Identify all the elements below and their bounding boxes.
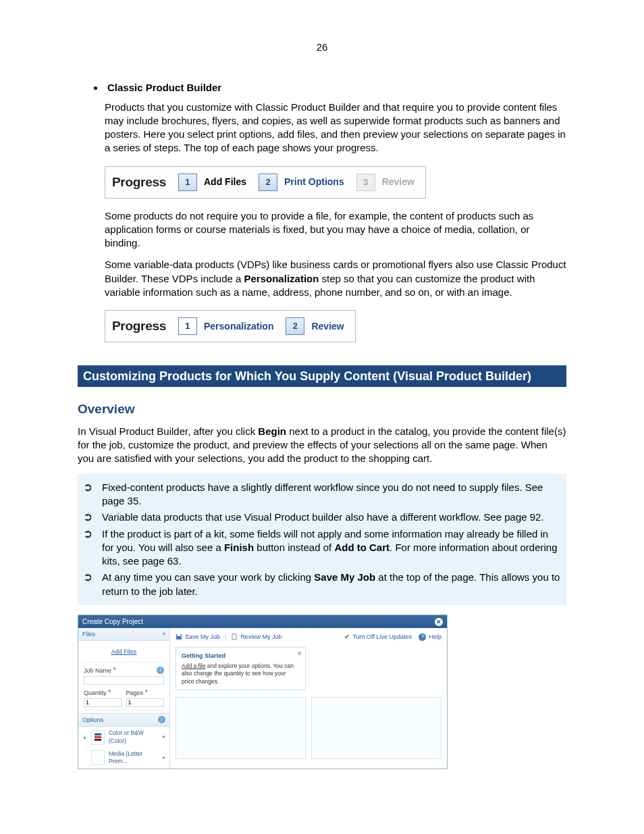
text-bold: Begin: [258, 425, 286, 437]
pages-input[interactable]: [126, 698, 165, 707]
step-text: Review: [311, 320, 344, 333]
check-icon: ✔: [344, 632, 350, 642]
separator: |: [225, 633, 226, 641]
text-bold: Personalization: [244, 273, 319, 284]
option-label: Color or B&W (Color): [109, 729, 159, 745]
quantity-label: Quantity: [84, 689, 107, 696]
separator: [84, 710, 164, 710]
text-bold: Save My Job: [314, 571, 375, 583]
note-text: At any time you can save your work by cl…: [102, 571, 561, 598]
required-icon: *: [145, 688, 148, 696]
option-color[interactable]: ▲ Color or B&W (Color) ▸: [78, 727, 169, 748]
pages-label: Pages: [126, 689, 144, 696]
quantity-input[interactable]: [84, 698, 122, 707]
paragraph: Some products do not require you to prov…: [105, 209, 566, 251]
step-text: Print Options: [284, 176, 344, 188]
text: button instead of: [254, 542, 334, 553]
tip-title: Getting Started: [182, 652, 300, 660]
step-number: 1: [178, 317, 197, 335]
step-text: Personalization: [204, 320, 273, 333]
info-icon[interactable]: i: [158, 716, 165, 723]
help-icon: ?: [419, 633, 426, 641]
step-number: 2: [259, 174, 277, 191]
text: In Visual Product Builder, after you cli…: [78, 425, 258, 437]
progress-step-1: 1 Add Files: [178, 174, 246, 191]
job-name-input[interactable]: [84, 676, 164, 685]
help-link[interactable]: Help: [429, 633, 441, 641]
note-item: ➲ Fixed-content products have a slightly…: [83, 481, 561, 509]
save-icon: [176, 633, 182, 640]
app-titlebar: Create Copy Project ✕: [78, 615, 447, 629]
progress-step-3: 3 Review: [356, 174, 414, 191]
sidebar: Files ▾ Add Files Job Name * i Qu: [78, 628, 170, 768]
bullet-title: Classic Product Builder: [107, 82, 221, 93]
options-panel-header[interactable]: Options i: [78, 713, 169, 727]
arrow-right-icon: ➲: [83, 481, 102, 494]
files-panel-header[interactable]: Files ▾: [78, 628, 169, 641]
progress-step-1: 1 Personalization: [178, 317, 273, 335]
note-item: ➲ If the product is part of a kit, some …: [83, 527, 561, 569]
step-text: Review: [382, 176, 414, 188]
info-icon[interactable]: i: [157, 667, 164, 674]
separator: [84, 662, 164, 662]
step-text: Add Files: [204, 176, 246, 188]
tip-body: Add a file and explore your options. You…: [182, 662, 300, 685]
required-icon: *: [113, 666, 116, 674]
svg-rect-2: [232, 634, 236, 640]
progress-label: Progress: [112, 174, 166, 191]
note-item: ➲ Variable data products that use Visual…: [83, 511, 561, 524]
progress-step-2: 2 Review: [286, 317, 344, 335]
text-bold: Add to Cart: [334, 542, 390, 553]
main-area: Save My Job | Review My Job ✔ Turn Off L…: [170, 628, 447, 768]
page-number: 26: [78, 41, 566, 54]
options-label: Options: [82, 716, 103, 724]
getting-started-tip: ✕ Getting Started Add a file and explore…: [176, 647, 306, 691]
close-icon[interactable]: ✕: [297, 650, 302, 658]
preview-pane-left: [176, 697, 306, 759]
chevron-down-icon: ▾: [163, 631, 165, 638]
tip-link[interactable]: Add a file: [182, 662, 205, 669]
arrow-right-icon: ➲: [83, 571, 102, 584]
arrow-right-icon: ➲: [83, 511, 102, 524]
svg-rect-1: [178, 634, 181, 636]
progress-label: Progress: [112, 317, 166, 335]
step-number: 3: [356, 174, 375, 191]
qty-pages-row: Quantity * Pages *: [78, 686, 169, 708]
text-bold: Finish: [224, 542, 254, 553]
chevron-right-icon: ▸: [163, 754, 165, 762]
color-swatch-icon: [91, 730, 105, 745]
add-files-area: Add Files: [78, 641, 169, 660]
job-name-field: Job Name * i: [78, 664, 169, 686]
note-text: If the product is part of a kit, some fi…: [102, 527, 561, 569]
required-icon: *: [108, 688, 111, 696]
review-my-job-link[interactable]: Review My Job: [240, 633, 281, 641]
document-icon: [231, 633, 238, 640]
progress-figure-1: Progress 1 Add Files 2 Print Options 3 R…: [105, 166, 426, 199]
chevron-up-icon: ▲: [82, 734, 87, 740]
close-icon[interactable]: ✕: [435, 618, 443, 626]
chevron-right-icon: ▸: [163, 733, 165, 741]
option-label: Media (Letter Prem…: [109, 750, 159, 766]
paragraph: In Visual Product Builder, after you cli…: [78, 425, 566, 466]
job-name-label: Job Name: [84, 667, 111, 674]
live-updates-link[interactable]: Turn Off Live Updates: [352, 633, 412, 641]
step-number: 2: [286, 317, 304, 335]
text: At any time you can save your work by cl…: [102, 571, 314, 583]
progress-figure-2: Progress 1 Personalization 2 Review: [105, 310, 356, 342]
app-screenshot: Create Copy Project ✕ Files ▾ Add Files …: [78, 615, 448, 769]
option-media[interactable]: Media (Letter Prem… ▸: [78, 748, 169, 768]
toolbar: Save My Job | Review My Job ✔ Turn Off L…: [176, 632, 441, 642]
preview-pane-right: [311, 697, 441, 759]
bullet-item: Classic Product Builder: [105, 81, 566, 95]
progress-step-2: 2 Print Options: [259, 174, 344, 191]
step-number: 1: [178, 174, 197, 191]
note-box: ➲ Fixed-content products have a slightly…: [78, 474, 566, 605]
section-heading: Customizing Products for Which You Suppl…: [78, 365, 566, 387]
media-icon: [91, 750, 105, 765]
app-title: Create Copy Project: [82, 617, 143, 627]
save-my-job-link[interactable]: Save My Job: [185, 633, 220, 641]
overview-heading: Overview: [78, 400, 566, 418]
paragraph: Some variable-data products (VDPs) like …: [105, 258, 566, 299]
add-files-link[interactable]: Add Files: [111, 648, 137, 655]
note-text: Fixed-content products have a slightly d…: [102, 481, 561, 509]
